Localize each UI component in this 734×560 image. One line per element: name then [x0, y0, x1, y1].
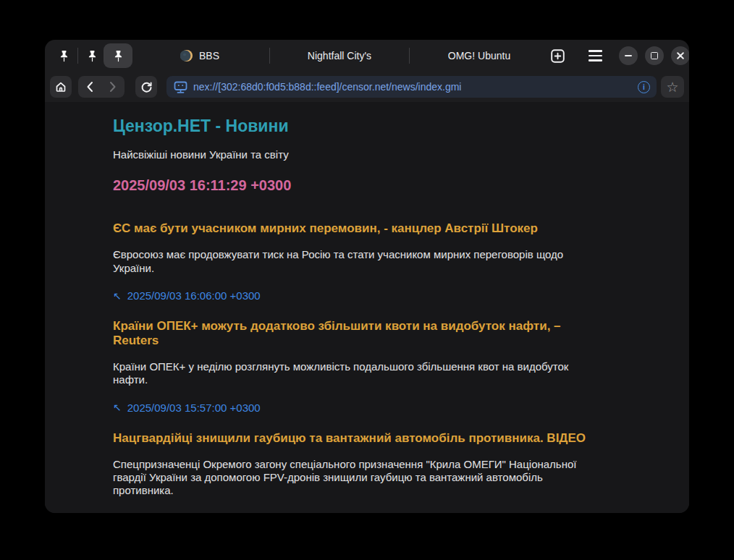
feed-timestamp: 2025/09/03 16:11:29 +0300: [113, 177, 604, 194]
maximize-button[interactable]: [645, 46, 664, 65]
news-article-3: Нацгвардійці знищили гаубицю та вантажни…: [113, 431, 604, 513]
minimize-button[interactable]: [619, 46, 638, 65]
news-article-1: ЄС має бути учасником мирних перемовин, …: [113, 221, 604, 302]
url-bar[interactable]: nex://[302:68d0:f0d5:b88d::feed]/censor.…: [166, 76, 657, 98]
home-icon: [55, 81, 67, 93]
tab-bar: BBS Nightfall City's OMG! Ubuntu: [45, 40, 689, 72]
forward-button[interactable]: [101, 76, 125, 98]
tab-separator: [77, 48, 78, 64]
article-link[interactable]: ↖ 2025/09/03 15:47:00 +0300: [113, 512, 604, 513]
page-subtitle: Найсвіжіші новини України та світу: [113, 148, 604, 161]
tab-omg-ubuntu[interactable]: OMG! Ubuntu: [412, 43, 547, 68]
back-icon: [86, 81, 93, 93]
browser-window: BBS Nightfall City's OMG! Ubuntu: [45, 40, 689, 513]
site-monitor-icon: [174, 81, 187, 93]
article-link[interactable]: ↖ 2025/09/03 15:57:00 +0300: [113, 402, 604, 414]
tab-nightfall-citys[interactable]: Nightfall City's: [272, 43, 407, 68]
pushpin-icon: [113, 50, 124, 62]
article-link[interactable]: ↖ 2025/09/03 16:06:00 +0300: [113, 289, 604, 302]
tab-bbs[interactable]: BBS: [132, 43, 267, 68]
menu-button[interactable]: [584, 45, 606, 67]
history-buttons: [78, 76, 125, 98]
link-arrow-icon: ↖: [113, 402, 122, 412]
new-tab-button[interactable]: [547, 45, 568, 67]
tab-separator: [269, 48, 270, 64]
tab-label: OMG! Ubuntu: [448, 50, 510, 61]
page-content: Цензор.НЕТ - Новини Найсвіжіші новини Ук…: [45, 102, 689, 513]
pinned-tab-2[interactable]: [80, 43, 104, 68]
page-title: Цензор.НЕТ - Новини: [113, 116, 604, 135]
article-link-label: 2025/09/03 15:57:00 +0300: [127, 402, 261, 414]
close-button[interactable]: [671, 46, 689, 65]
article-summary: Спецпризначенці Окремого загону спеціаль…: [113, 458, 604, 498]
tab-bar-controls: [547, 45, 689, 67]
star-icon: ☆: [666, 80, 678, 94]
tab-label: BBS: [199, 50, 219, 61]
article-title: Країни ОПЕК+ можуть додатково збільшити …: [113, 319, 604, 348]
article-title: Нацгвардійці знищили гаубицю та вантажни…: [113, 431, 604, 446]
reload-button[interactable]: [135, 76, 157, 98]
forward-icon: [109, 81, 117, 93]
article-summary: Країни ОПЕК+ у неділю розглянуть можливі…: [113, 360, 604, 387]
home-button[interactable]: [50, 76, 72, 98]
pushpin-icon: [59, 50, 69, 62]
article-title: ЄС має бути учасником мирних перемовин, …: [113, 221, 604, 236]
news-article-2: Країни ОПЕК+ можуть додатково збільшити …: [113, 319, 604, 414]
bookmark-button[interactable]: ☆: [661, 76, 684, 98]
navigation-bar: nex://[302:68d0:f0d5:b88d::feed]/censor.…: [45, 72, 689, 102]
tab-separator: [409, 48, 410, 64]
pinned-tab-3-active[interactable]: [104, 43, 132, 68]
tab-label: Nightfall City's: [308, 50, 371, 61]
reload-icon: [140, 81, 153, 93]
moon-icon: [180, 49, 193, 62]
article-summary: Євросоюз має продовжувати тиск на Росію …: [113, 248, 604, 275]
pushpin-icon: [87, 50, 98, 62]
close-icon: [677, 52, 684, 59]
new-tab-icon: [551, 49, 565, 63]
back-button[interactable]: [78, 76, 101, 98]
page-info-icon[interactable]: i: [638, 81, 650, 93]
article-link-label: 2025/09/03 15:47:00 +0300: [127, 512, 261, 513]
pinned-tab-1[interactable]: [52, 43, 75, 68]
maximize-icon: [651, 52, 658, 59]
minimize-icon: [625, 55, 632, 56]
link-arrow-icon: ↖: [113, 291, 122, 301]
url-text[interactable]: nex://[302:68d0:f0d5:b88d::feed]/censor.…: [193, 81, 632, 93]
article-link-label: 2025/09/03 16:06:00 +0300: [127, 289, 261, 302]
